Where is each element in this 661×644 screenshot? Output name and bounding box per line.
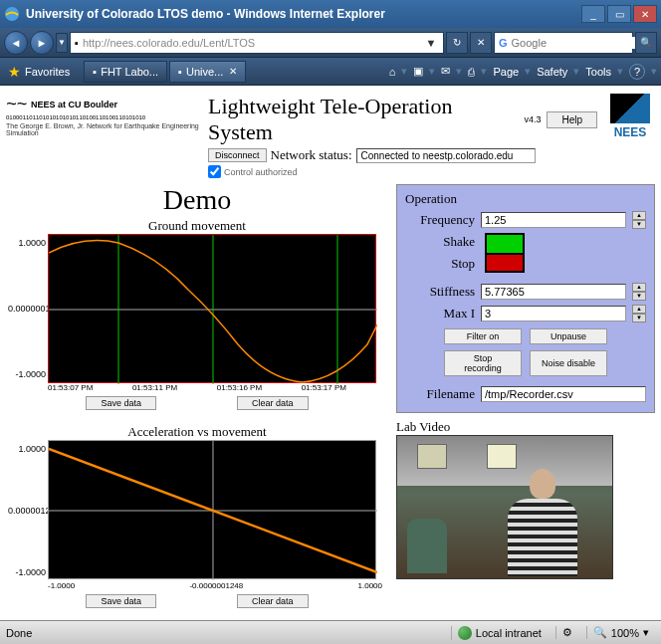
stiffness-spinner[interactable]: ▲▼ bbox=[632, 283, 646, 301]
zone-label: Local intranet bbox=[476, 627, 542, 639]
version-label: v4.3 bbox=[524, 114, 541, 124]
help-menu[interactable]: ? bbox=[629, 64, 645, 80]
window-titlebar: University of Colorado LTOS demo - Windo… bbox=[0, 0, 661, 28]
maxi-input[interactable] bbox=[481, 306, 626, 322]
chart1-clear-button[interactable]: Clear data bbox=[237, 396, 309, 410]
filename-input[interactable] bbox=[481, 386, 646, 402]
tab-fht[interactable]: ▪ FHT Labo... bbox=[84, 61, 167, 83]
home-button[interactable]: ⌂ bbox=[389, 66, 396, 78]
chart1-save-button[interactable]: Save data bbox=[86, 396, 156, 410]
frequency-input[interactable] bbox=[481, 212, 626, 228]
unpause-button[interactable]: Unpause bbox=[530, 328, 607, 344]
network-status-value: Connected to neestp.colorado.edu bbox=[356, 148, 536, 163]
operation-panel: Operation Frequency ▲▼ Shake Stop bbox=[396, 184, 655, 413]
logo-tagline: The George E. Brown, Jr. Network for Ear… bbox=[6, 122, 200, 136]
disconnect-button[interactable]: Disconnect bbox=[208, 148, 267, 162]
logo-bits: 0100011011010101010101101001101001101010… bbox=[6, 114, 200, 120]
stiffness-label: Stiffness bbox=[405, 284, 475, 300]
search-bar[interactable]: G bbox=[494, 32, 633, 54]
favorites-label: Favorites bbox=[25, 66, 70, 78]
ground-movement-chart bbox=[48, 234, 376, 383]
google-icon: G bbox=[499, 37, 508, 49]
accel-vs-movement-chart bbox=[48, 440, 376, 579]
zoom-label: 100% bbox=[611, 627, 639, 639]
globe-icon bbox=[458, 626, 472, 640]
star-icon: ★ bbox=[8, 64, 21, 80]
noise-disable-button[interactable]: Noise disable bbox=[530, 350, 607, 376]
url-input[interactable] bbox=[83, 37, 419, 49]
tab-close-icon[interactable]: ✕ bbox=[229, 66, 237, 77]
nees-text: NEES bbox=[605, 125, 655, 139]
maxi-spinner[interactable]: ▲▼ bbox=[632, 305, 646, 322]
chart1-title: Ground movement bbox=[6, 218, 388, 234]
nav-bar: ◄ ► ▼ ▪ ▼ ↻ ✕ G 🔍 bbox=[0, 28, 661, 58]
demo-title: Demo bbox=[6, 184, 388, 216]
logo-title: NEES at CU Boulder bbox=[31, 100, 117, 109]
status-zone[interactable]: Local intranet bbox=[451, 626, 548, 640]
shake-stop-button[interactable] bbox=[485, 233, 525, 273]
tab-unive[interactable]: ▪ Unive... ✕ bbox=[169, 61, 246, 83]
rss-button[interactable]: ▣ bbox=[413, 65, 423, 78]
control-authorized-label: Control authorized bbox=[224, 167, 298, 177]
chart2-clear-button[interactable]: Clear data bbox=[237, 594, 309, 608]
control-authorized-checkbox[interactable] bbox=[208, 165, 221, 178]
address-bar[interactable]: ▪ ▼ bbox=[70, 32, 444, 54]
filter-button[interactable]: Filter on bbox=[444, 328, 522, 344]
safety-menu[interactable]: Safety bbox=[537, 66, 567, 78]
lab-video bbox=[396, 435, 613, 579]
chart1-x-axis: 01:53:07 PM 01:53:11 PM 01:53:16 PM 01:5… bbox=[6, 383, 388, 392]
stop-recording-button[interactable]: Stop recording bbox=[444, 350, 522, 376]
ie-icon bbox=[4, 6, 20, 22]
close-button[interactable]: ✕ bbox=[633, 5, 657, 23]
chart2-save-button[interactable]: Save data bbox=[86, 594, 156, 608]
address-dropdown[interactable]: ▼ bbox=[423, 37, 439, 49]
page-icon: ▪ bbox=[75, 37, 79, 49]
app-title: Lightweight Tele-Operation System bbox=[208, 94, 518, 145]
status-done: Done bbox=[6, 627, 32, 639]
print-button[interactable]: ⎙ bbox=[468, 66, 475, 78]
stop-label: Stop bbox=[405, 256, 475, 272]
status-zoom[interactable]: 🔍100%▾ bbox=[586, 626, 655, 639]
favorites-button[interactable]: ★ Favorites bbox=[4, 64, 74, 80]
mail-button[interactable]: ✉ bbox=[441, 65, 450, 78]
maximize-button[interactable]: ▭ bbox=[607, 5, 631, 23]
stop-button[interactable]: ✕ bbox=[470, 32, 492, 54]
stiffness-input[interactable] bbox=[481, 284, 626, 300]
maxi-label: Max I bbox=[405, 306, 475, 322]
back-button[interactable]: ◄ bbox=[4, 31, 28, 55]
tab-label: FHT Labo... bbox=[101, 66, 158, 78]
tools-menu[interactable]: Tools bbox=[585, 66, 611, 78]
chart2-x-axis: -1.0000 -0.0000001248 1.0000 bbox=[6, 581, 388, 590]
minimize-button[interactable]: _ bbox=[581, 5, 605, 23]
page-menu[interactable]: Page bbox=[493, 66, 519, 78]
page-content: ~~NEES at CU Boulder 0100011011010101010… bbox=[0, 86, 661, 620]
refresh-button[interactable]: ↻ bbox=[446, 32, 468, 54]
frequency-spinner[interactable]: ▲▼ bbox=[632, 211, 646, 229]
chart1-y-axis: 1.0000 0.0000001 -1.0000 bbox=[6, 234, 48, 383]
lab-video-title: Lab Video bbox=[396, 419, 655, 435]
tab-label: Unive... bbox=[186, 66, 223, 78]
forward-button[interactable]: ► bbox=[30, 31, 54, 55]
nees-cu-logo: ~~NEES at CU Boulder 0100011011010101010… bbox=[6, 94, 200, 136]
frequency-label: Frequency bbox=[405, 212, 475, 228]
search-input[interactable] bbox=[512, 37, 649, 49]
filename-label: Filename bbox=[405, 386, 475, 402]
tab-icon: ▪ bbox=[178, 66, 182, 78]
window-title: University of Colorado LTOS demo - Windo… bbox=[26, 7, 581, 21]
shake-label: Shake bbox=[405, 234, 475, 250]
tab-bar: ★ Favorites ▪ FHT Labo... ▪ Unive... ✕ ⌂… bbox=[0, 58, 661, 86]
chart2-y-axis: 1.0000 0.0000012 -1.0000 bbox=[6, 440, 48, 581]
nav-history-dropdown[interactable]: ▼ bbox=[56, 33, 68, 53]
help-button[interactable]: Help bbox=[547, 111, 597, 128]
search-go-button[interactable]: 🔍 bbox=[635, 32, 657, 54]
operation-title: Operation bbox=[405, 191, 646, 207]
network-status-label: Network status: bbox=[271, 147, 352, 163]
chart2-title: Acceleration vs movement bbox=[6, 424, 388, 440]
status-protected[interactable]: ⚙ bbox=[555, 626, 578, 639]
tab-icon: ▪ bbox=[93, 66, 97, 78]
status-bar: Done Local intranet ⚙ 🔍100%▾ bbox=[0, 620, 661, 644]
nees-logo: NEES bbox=[605, 94, 655, 139]
